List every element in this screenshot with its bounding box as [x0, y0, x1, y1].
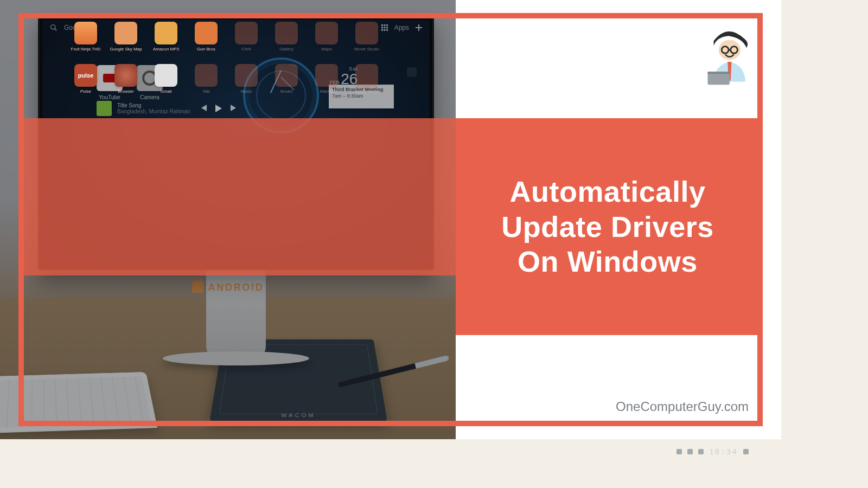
- android-logo-text: ANDROID: [208, 282, 264, 293]
- plus-icon: [416, 24, 422, 31]
- app-angry-birds: Angry Birds: [352, 64, 382, 103]
- app-icon: [74, 22, 97, 44]
- site-credit: OneComputerGuy.com: [616, 399, 749, 414]
- next-track-icon: [231, 105, 236, 111]
- drawing-tablet: WACOM: [209, 339, 387, 421]
- app-icon: [275, 64, 298, 87]
- prev-track-icon: [201, 105, 207, 111]
- app-label: Pulse: [80, 89, 91, 94]
- app-icon: [315, 22, 338, 44]
- app-sky-map: Google Sky Map: [111, 22, 141, 61]
- app-label: Amazon MP3: [153, 47, 179, 52]
- accent-overlay-left: [24, 118, 456, 275]
- site-mascot-logo: [699, 26, 758, 86]
- app-icon: [355, 64, 378, 87]
- monitor-stand: [206, 270, 266, 362]
- android-logo: ANDROID: [192, 279, 264, 293]
- now-playing-title: Title Song: [117, 102, 190, 108]
- app-pulse: pulsePulse: [71, 64, 101, 103]
- app-icon: [114, 64, 137, 87]
- media-controls: [201, 105, 236, 112]
- app-label: Gmail: [161, 89, 172, 94]
- app-icon: [155, 22, 177, 44]
- keyboard: [0, 372, 157, 434]
- app-label: Fruit Ninja THD: [71, 47, 101, 52]
- app-fruit-ninja: Fruit Ninja THD: [71, 22, 101, 61]
- app-label: Browser: [118, 89, 133, 94]
- app-market: Market: [311, 64, 342, 103]
- svg-rect-20: [708, 72, 730, 74]
- tablet-brand-label: WACOM: [281, 413, 316, 418]
- page-gutter-right: [781, 0, 868, 488]
- app-icon: [195, 64, 218, 87]
- tray-icon: [743, 449, 749, 454]
- album-art-icon: [97, 101, 112, 116]
- svg-rect-8: [384, 27, 385, 29]
- now-playing-subtitle: Bangladesh, Mumtaz Rahman: [117, 108, 190, 114]
- app-label: Market: [320, 89, 333, 94]
- apps-grid-icon: [381, 24, 388, 31]
- headline-text: Automatically Update Drivers On Windows: [477, 174, 738, 279]
- app-icon: [355, 22, 378, 44]
- app-label: Gun Bros: [197, 47, 215, 52]
- app-maps: Maps: [311, 22, 342, 61]
- headline-band: Automatically Update Drivers On Windows: [456, 118, 760, 335]
- app-icon: [155, 64, 177, 87]
- app-label: Music: [241, 89, 252, 94]
- app-browser: Browser: [111, 64, 141, 103]
- search-icon: [50, 24, 58, 31]
- app-movie-studio: Movie Studio: [352, 22, 382, 61]
- app-icon: [195, 22, 218, 44]
- stylus: [337, 355, 449, 388]
- apps-label: Apps: [394, 24, 409, 31]
- app-icon: [315, 64, 338, 87]
- play-icon: [215, 105, 222, 112]
- screen-system-tray: 10:34: [81, 445, 749, 459]
- svg-rect-12: [386, 29, 388, 31]
- app-label: Google Sky Map: [110, 47, 142, 52]
- app-label: Books: [280, 89, 292, 94]
- mini-icon: [407, 67, 417, 77]
- app-label: Angry Birds: [355, 89, 378, 94]
- app-grid: Fruit Ninja THD Google Sky Map Amazon MP…: [71, 22, 382, 103]
- svg-line-1: [55, 29, 57, 31]
- desk-surface: [0, 298, 456, 439]
- app-books: Books: [271, 64, 302, 103]
- app-icon: [114, 22, 137, 44]
- svg-rect-11: [384, 29, 385, 31]
- app-gun-bros: Gun Bros: [191, 22, 221, 61]
- app-icon: [235, 22, 258, 44]
- svg-rect-5: [384, 24, 385, 26]
- svg-rect-9: [386, 27, 388, 29]
- hero-frame: WACOM ANDROID Google: [0, 0, 781, 439]
- app-amazon-mp3: Amazon MP3: [151, 22, 181, 61]
- svg-rect-6: [386, 24, 388, 26]
- svg-point-0: [51, 25, 55, 29]
- app-music: Music: [231, 64, 261, 103]
- app-cnn: CNN: [231, 22, 261, 61]
- app-label: Talk: [202, 89, 210, 94]
- app-talk: Talk: [191, 64, 221, 103]
- tray-icon: [676, 449, 682, 454]
- android-robot-icon: [192, 281, 204, 293]
- app-label: CNN: [241, 47, 251, 52]
- app-icon: [275, 22, 298, 44]
- tray-clock: 10:34: [709, 447, 738, 456]
- tray-icon: [687, 449, 693, 454]
- app-icon: [235, 64, 258, 87]
- app-label: Movie Studio: [354, 47, 379, 52]
- now-playing: Title Song Bangladesh, Mumtaz Rahman: [97, 101, 236, 116]
- app-label: Maps: [321, 47, 332, 52]
- app-gmail: Gmail: [151, 64, 181, 103]
- app-icon: pulse: [74, 64, 97, 87]
- app-gallery: Gallery: [271, 22, 302, 61]
- topright-mini-icons: [407, 67, 417, 77]
- app-label: Gallery: [279, 47, 293, 52]
- tray-icon: [698, 449, 704, 454]
